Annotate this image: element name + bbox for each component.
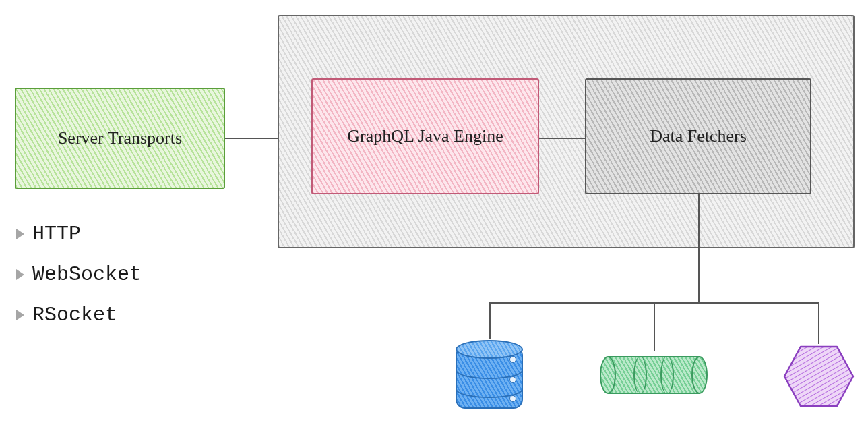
transport-label: RSocket: [32, 304, 117, 326]
connector-transports-to-container: [225, 138, 278, 139]
connector-fetchers-down: [698, 194, 700, 302]
message-queue-icon: [600, 356, 708, 394]
transport-label: HTTP: [32, 223, 81, 246]
connector-engine-to-fetchers: [539, 138, 585, 139]
database-icon: [456, 348, 523, 409]
server-transports-box: Server Transports: [15, 88, 225, 189]
list-item: RSocket: [16, 304, 142, 326]
connector-branch-to-queue: [654, 302, 655, 351]
graphql-engine-box: GraphQL Java Engine: [311, 78, 539, 194]
hexagon-service-icon: [782, 343, 856, 413]
transports-bullet-list: HTTP WebSocket RSocket: [16, 223, 142, 344]
connector-branch-to-hex: [818, 302, 819, 344]
data-fetchers-label: Data Fetchers: [650, 126, 747, 146]
architecture-diagram: Server Transports GraphQL Java Engine Da…: [0, 0, 868, 429]
list-item: HTTP: [16, 223, 142, 246]
connector-branch-to-db: [489, 302, 491, 339]
svg-marker-2: [784, 347, 853, 406]
data-fetchers-box: Data Fetchers: [585, 78, 811, 194]
triangle-bullet-icon: [16, 269, 24, 280]
triangle-bullet-icon: [16, 310, 24, 320]
transport-label: WebSocket: [32, 263, 142, 286]
graphql-engine-label: GraphQL Java Engine: [347, 126, 503, 146]
server-transports-label: Server Transports: [58, 128, 182, 148]
list-item: WebSocket: [16, 263, 142, 286]
triangle-bullet-icon: [16, 229, 24, 239]
